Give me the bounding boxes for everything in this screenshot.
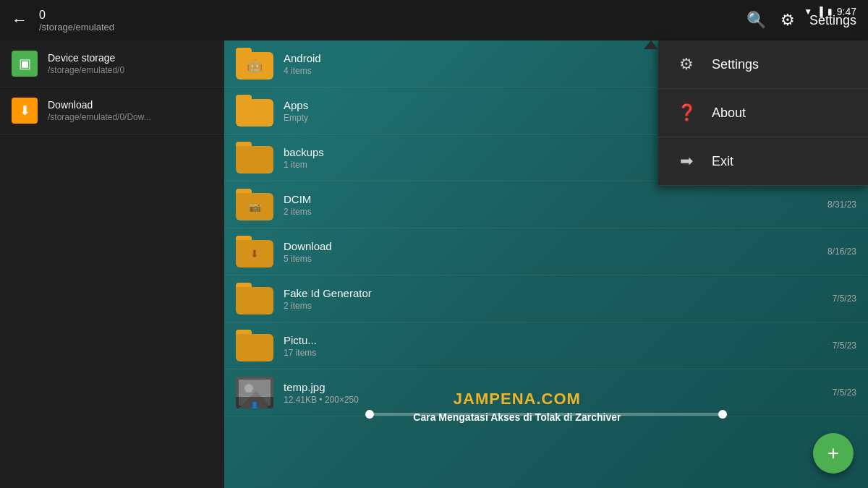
status-bar: ▼ ▐ ▮ 9:47 — [792, 0, 868, 23]
file-meta-dcim: 2 items — [284, 207, 820, 217]
file-item-fakeid[interactable]: Fake Id Generator 2 items 7/5/23 — [224, 275, 868, 322]
settings-menu-label: Settings — [712, 57, 759, 72]
sidebar: ▣ Device storage /storage/emulated/0 ⬇ D… — [0, 40, 224, 488]
fab-add-button[interactable]: + — [813, 433, 854, 474]
sidebar-download-text: Download /storage/emulated/0/Dow... — [48, 99, 151, 122]
dropdown-item-exit[interactable]: ➡ Exit — [658, 137, 868, 186]
sidebar-download-name: Download — [48, 99, 151, 111]
path-number: 0 — [39, 8, 746, 22]
clock: 9:47 — [837, 6, 856, 17]
file-info-pictures: Pictu... 17 items — [284, 334, 825, 358]
folder-icon-backups — [236, 142, 273, 174]
file-name-pictures: Pictu... — [284, 334, 825, 346]
back-button[interactable]: ← — [12, 11, 27, 30]
file-info-dcim: DCIM 2 items — [284, 193, 820, 217]
watermark-domain: JAMPENA.COM — [413, 390, 621, 408]
file-item-download[interactable]: ⬇ Download 5 items 8/16/23 — [224, 228, 868, 275]
file-date-tempjpg: 7/5/23 — [825, 388, 856, 398]
folder-icon-fakeid — [236, 283, 273, 314]
file-item-pictures[interactable]: Pictu... 17 items 7/5/23 — [224, 322, 868, 369]
svg-point-2 — [244, 384, 253, 393]
file-date-fakeid: 7/5/23 — [825, 294, 856, 304]
exit-menu-label: Exit — [712, 154, 733, 169]
sidebar-item-device-storage[interactable]: ▣ Device storage /storage/emulated/0 — [0, 40, 224, 87]
file-meta-fakeid: 2 items — [284, 301, 825, 311]
sidebar-item-download[interactable]: ⬇ Download /storage/emulated/0/Dow... — [0, 87, 224, 134]
wifi-icon: ▼ — [804, 7, 812, 17]
path-sub: /storage/emulated — [39, 22, 746, 33]
file-date-download: 8/16/23 — [820, 247, 856, 257]
file-date-pictures: 7/5/23 — [825, 341, 856, 351]
download-icon: ⬇ — [12, 98, 38, 124]
file-item-dcim[interactable]: 📷 DCIM 2 items 8/31/23 — [224, 181, 868, 228]
file-meta-pictures: 17 items — [284, 348, 825, 358]
folder-icon-download: ⬇ — [236, 236, 273, 267]
folder-icon-dcim: 📷 — [236, 189, 273, 221]
dropdown-item-settings[interactable]: ⚙ Settings — [658, 40, 868, 89]
dropdown-menu: ⚙ Settings ❓ About ➡ Exit — [658, 40, 868, 186]
file-name-dcim: DCIM — [284, 193, 820, 205]
dropdown-triangle — [644, 40, 658, 49]
file-date-dcim: 8/31/23 — [820, 200, 856, 210]
svg-text:👤: 👤 — [251, 401, 258, 408]
about-menu-label: About — [712, 106, 746, 121]
sidebar-device-path: /storage/emulated/0 — [48, 65, 124, 75]
file-meta-download: 5 items — [284, 254, 820, 264]
file-name-download: Download — [284, 240, 820, 252]
thumbnail-tempjpg: 👤 — [236, 377, 273, 408]
battery-icon: ▮ — [827, 7, 833, 17]
file-info-download: Download 5 items — [284, 240, 820, 264]
file-name-fakeid: Fake Id Generator — [284, 287, 825, 299]
toolbar-path: 0 /storage/emulated — [39, 8, 746, 33]
toolbar: ← 0 /storage/emulated 🔍 ⚙ Settings — [0, 0, 868, 40]
file-info-fakeid: Fake Id Generator 2 items — [284, 287, 825, 311]
search-icon[interactable]: 🔍 — [746, 11, 766, 30]
device-storage-icon: ▣ — [12, 51, 38, 77]
thumbnail-svg: 👤 — [236, 377, 273, 408]
watermark: JAMPENA.COM Cara Mengatasi Akses di Tola… — [413, 390, 621, 423]
sidebar-device-name: Device storage — [48, 52, 124, 64]
folder-icon-android: 🤖 — [236, 48, 273, 80]
dropdown-item-about[interactable]: ❓ About — [658, 89, 868, 137]
sidebar-download-path: /storage/emulated/0/Dow... — [48, 112, 151, 122]
folder-icon-pictures — [236, 330, 273, 361]
watermark-text: Cara Mengatasi Akses di Tolak di Zarchiv… — [413, 411, 621, 423]
exit-menu-icon: ➡ — [676, 152, 697, 171]
signal-icon: ▐ — [817, 7, 823, 17]
sidebar-device-text: Device storage /storage/emulated/0 — [48, 52, 124, 75]
folder-icon-apps — [236, 95, 273, 127]
about-menu-icon: ❓ — [676, 103, 697, 122]
settings-menu-icon: ⚙ — [676, 55, 697, 74]
